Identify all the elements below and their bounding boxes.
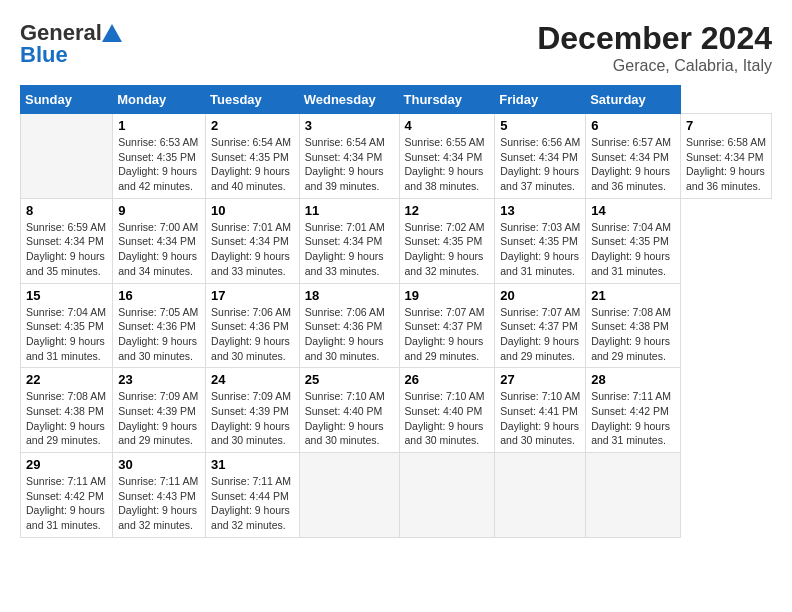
day-info: Sunrise: 7:09 AM Sunset: 4:39 PM Dayligh… — [211, 389, 294, 448]
calendar-week-row: 29Sunrise: 7:11 AM Sunset: 4:42 PM Dayli… — [21, 453, 772, 538]
day-number: 6 — [591, 118, 675, 133]
calendar-cell: 27Sunrise: 7:10 AM Sunset: 4:41 PM Dayli… — [495, 368, 586, 453]
day-number: 15 — [26, 288, 107, 303]
day-info: Sunrise: 7:07 AM Sunset: 4:37 PM Dayligh… — [500, 305, 580, 364]
day-info: Sunrise: 6:57 AM Sunset: 4:34 PM Dayligh… — [591, 135, 675, 194]
calendar-header-row: SundayMondayTuesdayWednesdayThursdayFrid… — [21, 86, 772, 114]
day-info: Sunrise: 7:07 AM Sunset: 4:37 PM Dayligh… — [405, 305, 490, 364]
calendar-week-row: 8Sunrise: 6:59 AM Sunset: 4:34 PM Daylig… — [21, 198, 772, 283]
day-info: Sunrise: 7:06 AM Sunset: 4:36 PM Dayligh… — [211, 305, 294, 364]
calendar-cell: 17Sunrise: 7:06 AM Sunset: 4:36 PM Dayli… — [206, 283, 300, 368]
calendar-cell — [586, 453, 681, 538]
calendar-cell: 8Sunrise: 6:59 AM Sunset: 4:34 PM Daylig… — [21, 198, 113, 283]
day-number: 21 — [591, 288, 675, 303]
calendar-cell: 6Sunrise: 6:57 AM Sunset: 4:34 PM Daylig… — [586, 114, 681, 199]
day-number: 30 — [118, 457, 200, 472]
calendar-header-thursday: Thursday — [399, 86, 495, 114]
day-info: Sunrise: 7:10 AM Sunset: 4:40 PM Dayligh… — [305, 389, 394, 448]
calendar-cell — [299, 453, 399, 538]
calendar-cell: 28Sunrise: 7:11 AM Sunset: 4:42 PM Dayli… — [586, 368, 681, 453]
calendar-cell: 16Sunrise: 7:05 AM Sunset: 4:36 PM Dayli… — [113, 283, 206, 368]
page-subtitle: Gerace, Calabria, Italy — [537, 57, 772, 75]
calendar-body: 1Sunrise: 6:53 AM Sunset: 4:35 PM Daylig… — [21, 114, 772, 538]
day-number: 28 — [591, 372, 675, 387]
day-info: Sunrise: 7:04 AM Sunset: 4:35 PM Dayligh… — [26, 305, 107, 364]
calendar-cell — [399, 453, 495, 538]
day-info: Sunrise: 7:09 AM Sunset: 4:39 PM Dayligh… — [118, 389, 200, 448]
day-info: Sunrise: 6:53 AM Sunset: 4:35 PM Dayligh… — [118, 135, 200, 194]
day-info: Sunrise: 7:03 AM Sunset: 4:35 PM Dayligh… — [500, 220, 580, 279]
day-info: Sunrise: 7:11 AM Sunset: 4:44 PM Dayligh… — [211, 474, 294, 533]
day-number: 19 — [405, 288, 490, 303]
day-info: Sunrise: 7:01 AM Sunset: 4:34 PM Dayligh… — [211, 220, 294, 279]
calendar-cell: 26Sunrise: 7:10 AM Sunset: 4:40 PM Dayli… — [399, 368, 495, 453]
calendar-cell: 2Sunrise: 6:54 AM Sunset: 4:35 PM Daylig… — [206, 114, 300, 199]
day-info: Sunrise: 7:02 AM Sunset: 4:35 PM Dayligh… — [405, 220, 490, 279]
day-number: 24 — [211, 372, 294, 387]
day-info: Sunrise: 7:08 AM Sunset: 4:38 PM Dayligh… — [26, 389, 107, 448]
calendar-cell: 14Sunrise: 7:04 AM Sunset: 4:35 PM Dayli… — [586, 198, 681, 283]
logo-blue-text: Blue — [20, 42, 68, 68]
day-info: Sunrise: 6:58 AM Sunset: 4:34 PM Dayligh… — [686, 135, 766, 194]
calendar-cell: 11Sunrise: 7:01 AM Sunset: 4:34 PM Dayli… — [299, 198, 399, 283]
calendar-cell: 5Sunrise: 6:56 AM Sunset: 4:34 PM Daylig… — [495, 114, 586, 199]
day-number: 2 — [211, 118, 294, 133]
day-info: Sunrise: 7:06 AM Sunset: 4:36 PM Dayligh… — [305, 305, 394, 364]
day-number: 18 — [305, 288, 394, 303]
day-info: Sunrise: 7:10 AM Sunset: 4:40 PM Dayligh… — [405, 389, 490, 448]
calendar-cell: 4Sunrise: 6:55 AM Sunset: 4:34 PM Daylig… — [399, 114, 495, 199]
logo-icon — [102, 22, 122, 44]
calendar-cell: 3Sunrise: 6:54 AM Sunset: 4:34 PM Daylig… — [299, 114, 399, 199]
calendar-cell: 23Sunrise: 7:09 AM Sunset: 4:39 PM Dayli… — [113, 368, 206, 453]
calendar-cell: 31Sunrise: 7:11 AM Sunset: 4:44 PM Dayli… — [206, 453, 300, 538]
calendar-cell: 18Sunrise: 7:06 AM Sunset: 4:36 PM Dayli… — [299, 283, 399, 368]
day-number: 10 — [211, 203, 294, 218]
day-info: Sunrise: 6:56 AM Sunset: 4:34 PM Dayligh… — [500, 135, 580, 194]
day-info: Sunrise: 7:04 AM Sunset: 4:35 PM Dayligh… — [591, 220, 675, 279]
page-header: General Blue December 2024 Gerace, Calab… — [20, 20, 772, 75]
day-info: Sunrise: 7:01 AM Sunset: 4:34 PM Dayligh… — [305, 220, 394, 279]
day-number: 23 — [118, 372, 200, 387]
day-info: Sunrise: 7:11 AM Sunset: 4:42 PM Dayligh… — [591, 389, 675, 448]
day-number: 7 — [686, 118, 766, 133]
day-number: 17 — [211, 288, 294, 303]
calendar-header-monday: Monday — [113, 86, 206, 114]
calendar-cell: 10Sunrise: 7:01 AM Sunset: 4:34 PM Dayli… — [206, 198, 300, 283]
day-info: Sunrise: 6:59 AM Sunset: 4:34 PM Dayligh… — [26, 220, 107, 279]
day-info: Sunrise: 7:05 AM Sunset: 4:36 PM Dayligh… — [118, 305, 200, 364]
day-number: 16 — [118, 288, 200, 303]
calendar-cell: 19Sunrise: 7:07 AM Sunset: 4:37 PM Dayli… — [399, 283, 495, 368]
calendar-cell: 9Sunrise: 7:00 AM Sunset: 4:34 PM Daylig… — [113, 198, 206, 283]
day-info: Sunrise: 6:55 AM Sunset: 4:34 PM Dayligh… — [405, 135, 490, 194]
day-info: Sunrise: 6:54 AM Sunset: 4:34 PM Dayligh… — [305, 135, 394, 194]
day-number: 29 — [26, 457, 107, 472]
calendar-week-row: 15Sunrise: 7:04 AM Sunset: 4:35 PM Dayli… — [21, 283, 772, 368]
day-info: Sunrise: 7:00 AM Sunset: 4:34 PM Dayligh… — [118, 220, 200, 279]
calendar-cell: 24Sunrise: 7:09 AM Sunset: 4:39 PM Dayli… — [206, 368, 300, 453]
calendar-table: SundayMondayTuesdayWednesdayThursdayFrid… — [20, 85, 772, 538]
calendar-cell: 12Sunrise: 7:02 AM Sunset: 4:35 PM Dayli… — [399, 198, 495, 283]
day-number: 3 — [305, 118, 394, 133]
day-number: 25 — [305, 372, 394, 387]
calendar-header-sunday: Sunday — [21, 86, 113, 114]
calendar-week-row: 22Sunrise: 7:08 AM Sunset: 4:38 PM Dayli… — [21, 368, 772, 453]
calendar-cell: 30Sunrise: 7:11 AM Sunset: 4:43 PM Dayli… — [113, 453, 206, 538]
calendar-header-friday: Friday — [495, 86, 586, 114]
day-number: 9 — [118, 203, 200, 218]
title-block: December 2024 Gerace, Calabria, Italy — [537, 20, 772, 75]
day-number: 11 — [305, 203, 394, 218]
day-info: Sunrise: 6:54 AM Sunset: 4:35 PM Dayligh… — [211, 135, 294, 194]
day-number: 22 — [26, 372, 107, 387]
calendar-cell: 22Sunrise: 7:08 AM Sunset: 4:38 PM Dayli… — [21, 368, 113, 453]
calendar-cell: 20Sunrise: 7:07 AM Sunset: 4:37 PM Dayli… — [495, 283, 586, 368]
calendar-header-tuesday: Tuesday — [206, 86, 300, 114]
calendar-cell: 15Sunrise: 7:04 AM Sunset: 4:35 PM Dayli… — [21, 283, 113, 368]
day-info: Sunrise: 7:11 AM Sunset: 4:42 PM Dayligh… — [26, 474, 107, 533]
day-number: 27 — [500, 372, 580, 387]
day-number: 13 — [500, 203, 580, 218]
calendar-cell: 7Sunrise: 6:58 AM Sunset: 4:34 PM Daylig… — [680, 114, 771, 199]
day-info: Sunrise: 7:11 AM Sunset: 4:43 PM Dayligh… — [118, 474, 200, 533]
logo: General Blue — [20, 20, 122, 68]
calendar-header-saturday: Saturday — [586, 86, 681, 114]
day-number: 12 — [405, 203, 490, 218]
